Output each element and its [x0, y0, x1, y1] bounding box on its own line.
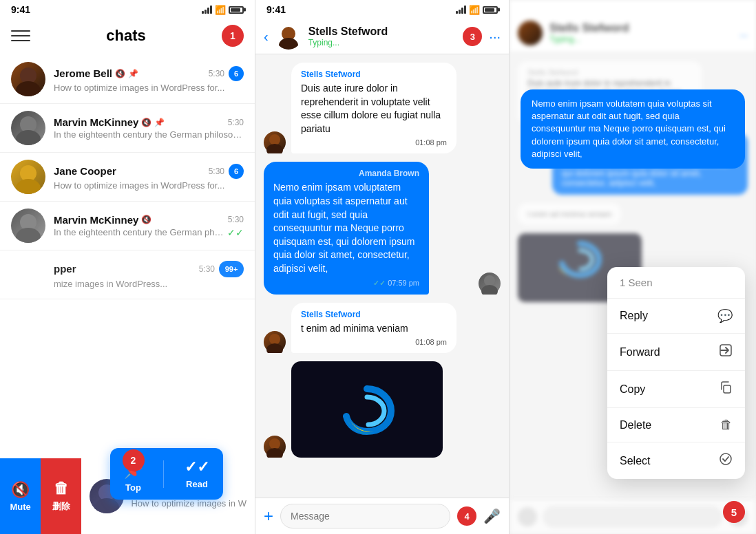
- bubble-sender-3: Stells Stefword: [301, 310, 447, 319]
- overlay-avatar: [518, 21, 543, 45]
- seen-text: 1 Seen: [620, 277, 653, 288]
- overlay-header: Stells Stefword Typing... ...: [510, 0, 756, 53]
- chat-time-jerome: 5:30: [209, 69, 224, 78]
- avatar-partial: [11, 257, 45, 292]
- delete-menu-item[interactable]: Delete 🗑: [607, 408, 745, 442]
- conv-badge-3: 3: [463, 27, 482, 46]
- chats-panel: 9:41 📶 chats 1: [0, 0, 255, 534]
- context-menu: 1 Seen Reply 💬 Forward Copy: [607, 267, 745, 479]
- chat-name-marvin1: Marvin McKinney: [54, 116, 138, 128]
- delete-icon: 🗑: [720, 418, 733, 432]
- forward-label: Forward: [620, 346, 660, 359]
- select-menu-item[interactable]: Select: [607, 442, 745, 479]
- chat-name-partial: pper: [54, 263, 76, 275]
- wifi-icon: 📶: [215, 5, 226, 15]
- chat-time-marvin1: 5:30: [228, 118, 244, 127]
- chat-info-marvin1: Marvin McKinney 🔇 📌 5:30 In the eighteen…: [54, 116, 244, 140]
- message-input[interactable]: [280, 504, 450, 528]
- conv-contact-name: Stells Stefword: [308, 25, 456, 38]
- menu-icon[interactable]: [11, 29, 30, 43]
- chat-item-partial[interactable]: pper 5:30 99+ mize images in WordPress..…: [0, 250, 255, 299]
- chat-item-marvin1[interactable]: Marvin McKinney 🔇 📌 5:30 In the eighteen…: [0, 104, 255, 153]
- divider: [163, 460, 164, 488]
- new-chat-badge[interactable]: 1: [222, 25, 244, 47]
- more-options-button[interactable]: ···: [489, 29, 501, 45]
- svg-point-9: [94, 498, 119, 513]
- message-3[interactable]: Stells Stefword t enim ad minima veniam …: [264, 303, 501, 354]
- conv-header: ‹ Stells Stefword Typing... 3 ···: [255, 19, 509, 54]
- back-button[interactable]: ‹: [264, 29, 269, 45]
- status-icons-chats: 📶: [202, 5, 244, 15]
- chat-item-marvin2[interactable]: Marvin McKinney 🔇 5:30 In the eighteenth…: [0, 202, 255, 250]
- svg-point-5: [16, 179, 41, 194]
- bubble-time-2: ✓✓ 07:59 pm: [273, 279, 419, 288]
- conv-contact-info: Stells Stefword Typing...: [308, 25, 456, 47]
- overlay-panel: Stells Stefword Typing... ... Stells Ste…: [510, 0, 756, 534]
- chat-preview-marvin2: In the eighteenth century the German phi…: [54, 227, 224, 237]
- select-label: Select: [620, 455, 650, 467]
- status-bar-conv: 9:41 📶: [255, 0, 509, 19]
- mute-action[interactable]: 🔇 Mute: [0, 458, 41, 534]
- message-4[interactable]: [264, 361, 501, 458]
- msg-meta-2: Amanda Brown Nemo enim ipsam voluptatem …: [264, 162, 473, 294]
- chat-item-jane-cooper[interactable]: Jane Cooper 5:30 6 How to optimize image…: [0, 153, 255, 202]
- message-2[interactable]: Amanda Brown Nemo enim ipsam voluptatem …: [264, 162, 501, 294]
- msg-meta-1: Stells Stefword Duis aute irure dolor in…: [291, 63, 501, 153]
- message-1[interactable]: Stells Stefword Duis aute irure dolor in…: [264, 63, 501, 153]
- time-conv: 9:41: [266, 4, 286, 15]
- chats-title: chats: [30, 27, 222, 45]
- svg-point-3: [16, 130, 41, 145]
- status-bar-chats: 9:41 📶: [0, 0, 255, 19]
- reply-label: Reply: [620, 310, 648, 322]
- copy-label: Copy: [620, 383, 645, 396]
- bubble-3: Stells Stefword t enim ad minima veniam …: [291, 303, 456, 354]
- svg-point-18: [269, 438, 280, 449]
- delete-action-label: 删除: [52, 500, 70, 513]
- svg-point-11: [279, 38, 298, 50]
- add-attachment-button[interactable]: +: [264, 506, 273, 526]
- svg-point-12: [269, 134, 280, 145]
- copy-menu-item[interactable]: Copy: [607, 371, 745, 408]
- avatar-msg2: [479, 273, 501, 295]
- overlay-input-bar: [510, 498, 756, 534]
- chat-info-jerome-bell: Jerome Bell 🔇 📌 5:30 6 How to optimize i…: [54, 66, 244, 93]
- signal-icon: [202, 6, 212, 14]
- messages-area: Stells Stefword Duis aute irure dolor in…: [255, 54, 509, 498]
- conv-contact-status: Typing...: [308, 38, 456, 47]
- chat-item-jerome-bell[interactable]: Jerome Bell 🔇 📌 5:30 6 How to optimize i…: [0, 55, 255, 104]
- delete-action[interactable]: 🗑 删除: [41, 458, 81, 534]
- overlay-sender-1: Stells Stefword: [527, 68, 692, 76]
- wifi-icon-conv: 📶: [469, 5, 480, 15]
- read-action[interactable]: ✓✓ Read: [185, 458, 209, 489]
- bubble-time-3: 01:08 pm: [301, 338, 447, 346]
- avatar-marvin2: [11, 209, 45, 243]
- select-icon: [719, 452, 733, 469]
- unread-badge-jane: 6: [229, 164, 244, 179]
- avatar-msg3: [264, 331, 286, 353]
- avatar-jane-cooper: [11, 160, 45, 194]
- bubble-image-4: [291, 361, 443, 458]
- pin-icon-jerome: 📌: [128, 69, 138, 78]
- top-read-popup: 2 📌 Top ✓✓ Read: [110, 448, 223, 500]
- chat-name-jerome-bell: Jerome Bell: [54, 67, 112, 79]
- avatar-stells-header: [275, 23, 302, 50]
- overlay-contact-name: Stells Stefword: [549, 22, 629, 34]
- bubble-text-1: Duis aute irure dolor in reprehenderit i…: [301, 82, 447, 136]
- conversation-panel: 9:41 📶 ‹ Stells Stefword Typing... 3 ···: [255, 0, 510, 534]
- mic-button[interactable]: 🎤: [483, 508, 501, 524]
- forward-menu-item[interactable]: Forward: [607, 334, 745, 371]
- svg-point-16: [269, 334, 280, 345]
- overlay-contact-status: Typing...: [549, 34, 629, 44]
- mute-icon-marvin1: 🔇: [141, 118, 151, 127]
- highlighted-bubble-text: Nemo enim ipsam volutatem quia voluptas …: [532, 98, 734, 160]
- overlay-badge: ...: [739, 28, 748, 39]
- bubble-2: Amanda Brown Nemo enim ipsam voluptatem …: [264, 162, 429, 294]
- conv-badge-4: 4: [457, 506, 476, 526]
- unread-badge-jerome: 6: [229, 66, 244, 81]
- bubble-time-1: 01:08 pm: [301, 138, 447, 147]
- svg-point-17: [266, 343, 283, 353]
- top-label: Top: [125, 482, 141, 493]
- chat-time-marvin2: 5:30: [228, 215, 244, 224]
- top-action[interactable]: 2 📌 Top: [124, 455, 143, 493]
- reply-menu-item[interactable]: Reply 💬: [607, 299, 745, 334]
